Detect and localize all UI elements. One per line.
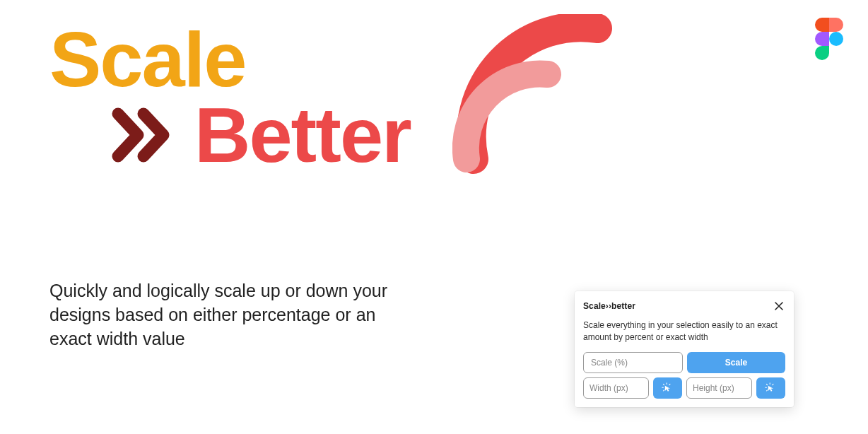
cursor-click-icon	[765, 382, 776, 394]
hero-description: Quickly and logically scale up or down y…	[49, 279, 417, 351]
svg-point-0	[829, 32, 843, 46]
close-icon[interactable]	[773, 300, 785, 312]
signal-arcs-icon	[452, 14, 636, 180]
apply-width-button[interactable]	[653, 377, 682, 399]
panel-header: Scale››better	[583, 300, 785, 312]
cursor-click-icon	[662, 382, 673, 394]
title-better: Better	[194, 90, 411, 180]
panel-title: Scale››better	[583, 301, 635, 311]
double-chevron-icon	[110, 96, 180, 174]
width-input[interactable]: Width (px)	[583, 377, 649, 399]
hero-section: Scale Better	[49, 14, 411, 180]
scale-percent-input[interactable]: Scale (%)	[583, 352, 683, 373]
height-input[interactable]: Height (px)	[686, 377, 752, 399]
plugin-panel: Scale››better Scale everything in your s…	[575, 291, 794, 407]
panel-description: Scale everything in your selection easil…	[583, 319, 785, 344]
panel-row-dimensions: Width (px) Height (px)	[583, 377, 785, 399]
apply-height-button[interactable]	[756, 377, 785, 399]
scale-button[interactable]: Scale	[687, 352, 785, 373]
figma-logo-icon	[815, 18, 843, 63]
panel-row-scale: Scale (%) Scale	[583, 352, 785, 373]
title-row2: Better	[110, 90, 411, 180]
